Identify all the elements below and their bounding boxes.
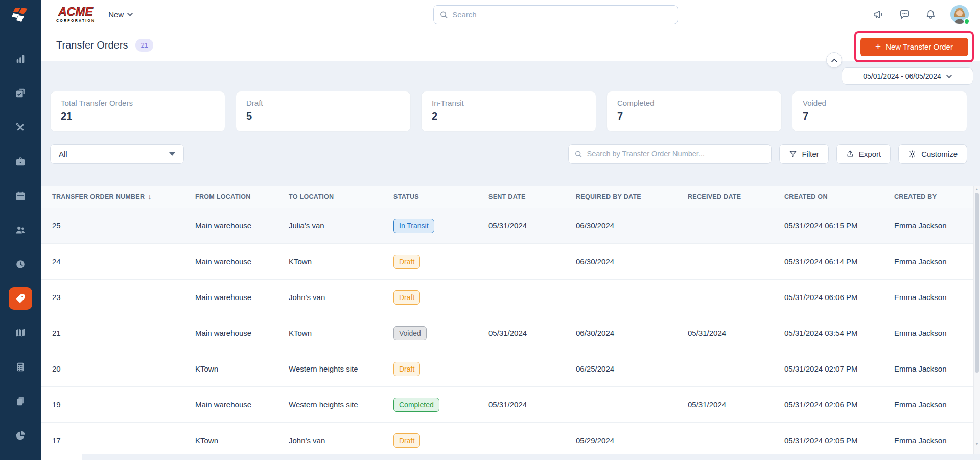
cell-created-by: Emma Jackson: [894, 436, 980, 445]
global-search[interactable]: [433, 5, 678, 24]
column-header-status[interactable]: STATUS: [393, 193, 488, 200]
cell-transfer-order-number[interactable]: 25: [52, 221, 195, 230]
table-row[interactable]: 17 KTown John's van Draft 05/29/2024 05/…: [41, 423, 980, 458]
column-header-sent-date[interactable]: SENT DATE: [488, 193, 576, 200]
sidebar-item-time[interactable]: [9, 253, 32, 275]
app-logo[interactable]: [0, 0, 41, 29]
orders-table: TRANSFER ORDER NUMBER ↓ FROM LOCATION TO…: [41, 186, 980, 460]
user-avatar[interactable]: [950, 5, 969, 24]
column-header-created-by[interactable]: CREATED BY: [894, 193, 980, 200]
column-header-received-date[interactable]: RECEIVED DATE: [688, 193, 784, 200]
cell-created-on: 05/31/2024 02:07 PM: [784, 364, 894, 373]
column-header-from-location[interactable]: FROM LOCATION: [195, 193, 289, 200]
card-value: 7: [803, 110, 956, 122]
collapse-summary-button[interactable]: [826, 52, 842, 68]
card-label: In-Transit: [432, 99, 586, 107]
cell-transfer-order-number[interactable]: 21: [52, 329, 195, 337]
table-row[interactable]: 19 Main warehouse Western heights site C…: [41, 387, 980, 423]
table-row[interactable]: 24 Main warehouse KTown Draft 06/30/2024…: [41, 244, 980, 280]
megaphone-icon: [873, 9, 884, 20]
cell-transfer-order-number[interactable]: 23: [52, 293, 195, 302]
company-logo[interactable]: ACME CORPORATION: [56, 6, 95, 22]
table-header-row: TRANSFER ORDER NUMBER ↓ FROM LOCATION TO…: [41, 186, 980, 208]
customize-button[interactable]: Customize: [898, 144, 967, 164]
cell-transfer-order-number[interactable]: 19: [52, 400, 195, 409]
sidebar-item-transfer-orders[interactable]: [9, 287, 32, 310]
order-search[interactable]: [568, 144, 772, 164]
chat-icon: [899, 9, 911, 20]
bottom-strip: [82, 454, 980, 460]
new-menu-label: New: [108, 10, 124, 19]
column-label: TO LOCATION: [289, 193, 334, 200]
cell-sent-date: 05/31/2024: [488, 329, 576, 337]
main-area: ACME CORPORATION New: [41, 0, 980, 460]
table-toolbar: All Filter Export: [41, 144, 980, 164]
summary-card-completed: Completed 7: [606, 91, 782, 132]
sidebar-item-map[interactable]: [9, 321, 32, 344]
cell-created-on: 05/31/2024 06:14 PM: [784, 257, 894, 266]
date-range-picker[interactable]: 05/01/2024 - 06/05/2024: [842, 67, 973, 85]
cell-required-by-date: 06/30/2024: [576, 329, 688, 337]
sidebar-item-tools[interactable]: [9, 116, 32, 139]
status-badge: Draft: [393, 290, 420, 305]
app-root: ACME CORPORATION New: [0, 0, 980, 460]
tag-icon: [15, 293, 26, 304]
column-header-to-location[interactable]: TO LOCATION: [289, 193, 393, 200]
users-icon: [15, 224, 26, 236]
column-header-transfer-order-number[interactable]: TRANSFER ORDER NUMBER ↓: [52, 193, 195, 201]
card-value: 2: [432, 110, 586, 122]
column-header-required-by-date[interactable]: REQUIRED BY DATE: [576, 193, 688, 200]
export-button[interactable]: Export: [836, 144, 891, 164]
sidebar-item-documents[interactable]: [9, 390, 32, 412]
scroll-up-arrow[interactable]: ▲: [974, 187, 980, 191]
cell-to-location: John's van: [289, 436, 393, 445]
cell-received-date: 05/31/2024: [688, 400, 784, 409]
column-label: RECEIVED DATE: [688, 193, 741, 200]
search-icon: [440, 11, 448, 19]
toolbar-actions: Filter Export Customize: [568, 144, 967, 164]
customize-label: Customize: [921, 150, 958, 158]
briefcase-icon: [15, 156, 26, 167]
new-transfer-order-button[interactable]: + New Transfer Order: [860, 38, 968, 56]
sidebar-item-calendar[interactable]: [9, 185, 32, 207]
sidebar-item-tasks[interactable]: [9, 82, 32, 104]
new-menu[interactable]: New: [108, 10, 133, 19]
cell-required-by-date: 06/30/2024: [576, 221, 688, 230]
status-badge: Draft: [393, 255, 420, 269]
sidebar-item-calculator[interactable]: [9, 356, 32, 378]
summary-section: 05/01/2024 - 06/05/2024 Total Transfer O…: [41, 61, 980, 186]
column-label: CREATED BY: [894, 193, 937, 200]
table-row[interactable]: 21 Main warehouse KTown Voided 05/31/202…: [41, 315, 980, 351]
column-header-created-on[interactable]: CREATED ON: [784, 193, 894, 200]
messages-button[interactable]: [898, 8, 911, 20]
filter-button[interactable]: Filter: [779, 144, 828, 164]
table-row[interactable]: 25 Main warehouse Julia's van In Transit…: [41, 208, 980, 244]
sidebar-item-analytics[interactable]: [9, 48, 32, 70]
cell-created-on: 05/31/2024 03:54 PM: [784, 329, 894, 337]
status-filter-select[interactable]: All: [50, 144, 184, 164]
sidebar-item-jobs[interactable]: [9, 150, 32, 173]
cell-transfer-order-number[interactable]: 20: [52, 364, 195, 373]
notifications-button[interactable]: [924, 8, 937, 20]
cell-status: Draft: [393, 290, 488, 305]
table-body: 25 Main warehouse Julia's van In Transit…: [41, 208, 980, 458]
cell-transfer-order-number[interactable]: 24: [52, 257, 195, 266]
announcements-button[interactable]: [872, 8, 884, 20]
vertical-scrollbar[interactable]: ▲ ▼: [973, 186, 980, 454]
global-search-input[interactable]: [452, 10, 671, 19]
sort-descending-icon[interactable]: ↓: [148, 193, 151, 201]
sidebar-item-users[interactable]: [9, 219, 32, 241]
summary-card-voided: Voided 7: [792, 91, 967, 132]
scrollbar-thumb[interactable]: [975, 193, 979, 373]
order-search-input[interactable]: [587, 150, 765, 158]
cell-to-location: Western heights site: [289, 364, 393, 373]
table-row[interactable]: 20 KTown Western heights site Draft 06/2…: [41, 351, 980, 387]
cell-transfer-order-number[interactable]: 17: [52, 436, 195, 445]
cell-status: Voided: [393, 326, 488, 340]
table-row[interactable]: 23 Main warehouse John's van Draft 05/31…: [41, 280, 980, 315]
scroll-down-arrow[interactable]: ▼: [974, 442, 980, 446]
new-transfer-order-label: New Transfer Order: [885, 42, 953, 51]
cell-from-location: Main warehouse: [195, 221, 289, 230]
status-badge: Draft: [393, 433, 420, 448]
sidebar-item-reports[interactable]: [9, 424, 32, 447]
